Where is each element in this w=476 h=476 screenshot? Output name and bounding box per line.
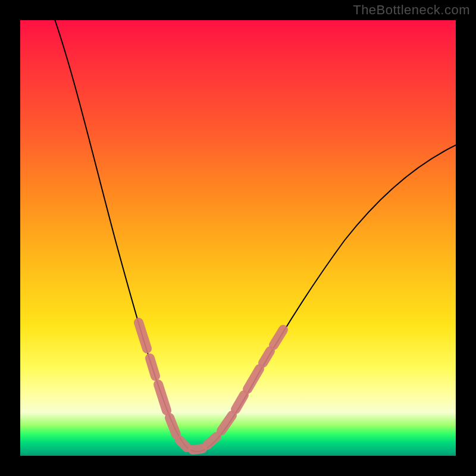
bead-left-2 xyxy=(150,358,155,376)
curve-layer xyxy=(20,20,456,456)
bottleneck-curve xyxy=(53,20,456,452)
chart-frame: TheBottleneck.com xyxy=(0,0,476,476)
bead-left-1 xyxy=(139,322,147,349)
bead-bottom-2 xyxy=(193,449,202,450)
bead-right-1 xyxy=(221,415,232,431)
bead-left-4 xyxy=(170,418,176,434)
plot-area xyxy=(20,20,456,456)
bead-right-2 xyxy=(236,395,244,409)
bead-left-3 xyxy=(158,384,167,411)
bead-right-4 xyxy=(263,351,270,363)
bead-bottom-1 xyxy=(180,440,187,447)
bead-right-3 xyxy=(248,369,259,389)
watermark-text: TheBottleneck.com xyxy=(353,2,470,18)
bead-bottom-3 xyxy=(207,437,217,445)
bead-right-5 xyxy=(274,330,283,345)
